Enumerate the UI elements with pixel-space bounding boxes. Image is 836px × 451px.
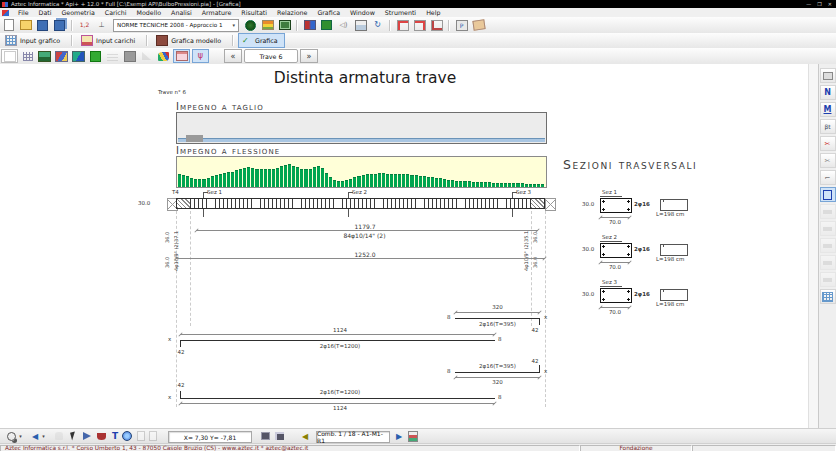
grid-table-icon[interactable] <box>820 289 836 304</box>
units-icon[interactable]: 1,2 <box>77 19 92 31</box>
section-red-view-icon[interactable] <box>54 50 69 62</box>
menu-risultati[interactable]: Risultati <box>236 9 272 16</box>
disabled-result-icon-3[interactable] <box>820 238 836 253</box>
mode-input-carichi[interactable]: Input carichi <box>77 33 142 48</box>
support-label: T4 <box>172 189 179 195</box>
element-view-icon[interactable] <box>88 50 103 62</box>
cut-red-icon[interactable]: ✂ <box>820 136 836 151</box>
run-analysis-icon[interactable] <box>243 19 258 31</box>
terrain-view-icon[interactable] <box>37 50 52 62</box>
torsion-diagram-icon[interactable]: βt <box>820 119 836 134</box>
sez1-width: 70.0 <box>600 219 630 225</box>
beam-tab[interactable]: Trave 6 <box>244 49 298 63</box>
minimize-button[interactable]: — <box>806 1 811 7</box>
next-beam-button[interactable]: » <box>300 49 318 63</box>
snap-grid-icon[interactable] <box>20 50 35 62</box>
rebar4-bar <box>180 398 495 399</box>
maximize-button[interactable]: ❐ <box>817 1 821 7</box>
solid-view-icon[interactable] <box>122 50 137 62</box>
menu-modello[interactable]: Modello <box>132 9 167 16</box>
prev-combination-icon[interactable]: ◀ <box>298 430 312 442</box>
slope-view-icon[interactable] <box>139 50 154 62</box>
code-check-icon[interactable]: ⊥ <box>94 19 109 31</box>
mode-grafica-modello[interactable]: Grafica modello <box>152 33 228 48</box>
sez1-stirrup <box>660 199 688 211</box>
armatura-view-icon[interactable]: ψ <box>192 49 209 63</box>
page-copy-icon[interactable] <box>146 430 160 442</box>
menu-help[interactable]: Help <box>421 9 445 16</box>
moment-diagram-icon[interactable]: M <box>820 102 836 117</box>
rebar3-dim: 320 <box>455 379 540 385</box>
scale-icon-2[interactable] <box>272 430 286 442</box>
menu-window[interactable]: Window <box>345 9 380 16</box>
hook-tool-icon[interactable]: ⌐ <box>820 170 836 185</box>
zoom-window-icon[interactable] <box>395 19 410 31</box>
drawing-canvas[interactable]: Distinta armatura trave Trave n° 6 Impeg… <box>0 64 808 428</box>
export-icon[interactable] <box>471 19 486 31</box>
rebar3-bar <box>455 372 540 373</box>
mode-input-grafico[interactable]: Input grafico <box>1 33 67 48</box>
mesh-icon[interactable] <box>277 19 292 31</box>
menu-file[interactable]: File <box>13 9 34 16</box>
scale-icon-1[interactable] <box>258 430 272 442</box>
span-dim: 1179.7 <box>320 223 410 230</box>
blank-sheet-icon[interactable] <box>1 49 18 63</box>
pan-hand-icon[interactable] <box>52 430 66 442</box>
view-back-dropdown-icon[interactable]: ▾ <box>40 430 47 442</box>
disabled-result-icon-5[interactable] <box>820 272 836 287</box>
next-combination-icon[interactable]: ▶ <box>392 430 406 442</box>
cut-gray-icon[interactable]: ✂ <box>820 153 836 168</box>
menu-strumenti[interactable]: Strumenti <box>380 9 421 16</box>
section-green-view-icon[interactable] <box>71 50 86 62</box>
rebar4-end-in: 8 <box>498 394 502 400</box>
menu-armature[interactable]: Armature <box>197 9 237 16</box>
globe-icon[interactable] <box>120 430 134 442</box>
print-preview-icon[interactable]: P <box>454 19 469 31</box>
find-icon[interactable] <box>302 19 317 31</box>
diagram-curve-icon[interactable] <box>156 50 171 62</box>
new-file-icon[interactable] <box>1 19 16 31</box>
export-dxf-icon[interactable] <box>406 430 420 442</box>
title-bar: Aztec Informatica * Api+ + 12.0 * Full [… <box>0 0 836 8</box>
save-all-icon[interactable] <box>52 19 67 31</box>
sez2-bars: 2φ16 <box>634 246 650 252</box>
menu-geometria[interactable]: Geometria <box>56 9 99 16</box>
mode-grafica[interactable]: ✓ Grafica <box>238 33 285 48</box>
norms-combobox[interactable]: NORME TECNICHE 2008 - Approccio 1 ▾ <box>113 19 239 32</box>
refresh-icon[interactable]: ↻ <box>370 19 385 31</box>
select-cursor-icon[interactable] <box>66 430 80 442</box>
construction-line <box>545 211 546 407</box>
menu-relazione[interactable]: Relazione <box>272 9 312 16</box>
menu-dati[interactable]: Dati <box>34 9 57 16</box>
print-small-icon[interactable] <box>820 68 836 83</box>
sez2-rect <box>600 243 632 258</box>
axial-diagram-icon[interactable]: N <box>820 85 836 100</box>
rebar4-hook <box>180 391 181 398</box>
disabled-result-icon-4[interactable] <box>820 255 836 270</box>
sound-icon[interactable]: ◁) <box>336 19 351 31</box>
section-view-toggle-icon[interactable] <box>820 187 836 202</box>
table-view-icon[interactable] <box>173 49 190 63</box>
prev-beam-button[interactable]: « <box>224 49 242 63</box>
disabled-result-icon-2[interactable] <box>820 221 836 236</box>
display-options-icon[interactable] <box>260 19 275 31</box>
menu-carichi[interactable]: Carichi <box>100 9 132 16</box>
close-button[interactable]: ✕ <box>828 1 832 7</box>
results-side-panel: N M βt ✂ ✂ ⌐ <box>818 64 836 428</box>
zoom-extents-icon[interactable] <box>412 19 427 31</box>
open-file-icon[interactable] <box>18 19 33 31</box>
redline-tool-icon[interactable] <box>94 430 108 442</box>
menu-analisi[interactable]: Analisi <box>166 9 197 16</box>
menu-grafica[interactable]: Grafica <box>312 9 345 16</box>
tile-windows-icon[interactable] <box>353 19 368 31</box>
measure-dart-icon[interactable] <box>80 430 94 442</box>
wire-view-icon[interactable] <box>105 50 120 62</box>
disabled-result-icon-1[interactable] <box>820 204 836 219</box>
save-icon[interactable] <box>35 19 50 31</box>
status-led-icon[interactable] <box>319 19 334 31</box>
combination-display[interactable]: Comb. 1 / 18 - A1-M1-R1 <box>316 431 390 443</box>
zoom-tool-icon[interactable] <box>4 430 18 442</box>
zoom-previous-icon[interactable] <box>429 19 444 31</box>
section-marker-3-label: Sez 3 <box>516 189 531 195</box>
zoom-dropdown-icon[interactable]: ▾ <box>17 430 24 442</box>
